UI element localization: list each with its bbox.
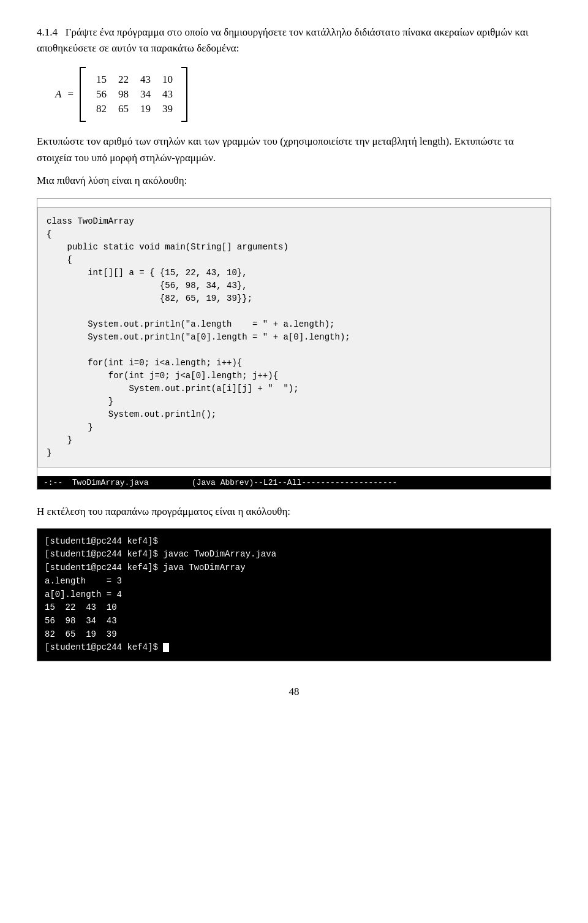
cell-0-2: 43 bbox=[134, 74, 156, 86]
section-number: 4.1.4 bbox=[37, 26, 58, 38]
cell-2-1: 65 bbox=[111, 103, 134, 115]
cell-0-0: 15 bbox=[89, 74, 111, 86]
matrix-row-3: 82 65 19 39 bbox=[89, 103, 178, 115]
terminal-block: [student1@pc244 kef4]$ [student1@pc244 k… bbox=[37, 528, 551, 661]
matrix-row-1: 15 22 43 10 bbox=[89, 74, 178, 86]
instructions-line1: Εκτυπώστε τον αριθμό των στηλών και των … bbox=[37, 133, 551, 166]
code-block: class TwoDimArray { public static void m… bbox=[37, 207, 551, 468]
cell-2-2: 19 bbox=[134, 103, 156, 115]
cell-1-2: 34 bbox=[134, 88, 156, 101]
matrix-bracket-container: 15 22 43 10 56 98 34 43 82 65 19 39 bbox=[80, 67, 187, 122]
cell-0-1: 22 bbox=[111, 74, 134, 86]
code-status-bar: -:-- TwoDimArray.java (Java Abbrev)--L21… bbox=[37, 476, 551, 489]
section-title: Γράψτε ένα πρόγραμμα στο οποίο να δημιου… bbox=[37, 26, 528, 54]
cell-2-0: 82 bbox=[89, 103, 111, 115]
cursor bbox=[163, 643, 169, 652]
solution-intro: Μια πιθανή λύση είναι η ακόλουθη: bbox=[37, 172, 551, 189]
matrix-equals: = bbox=[67, 88, 74, 101]
bracket-left bbox=[80, 67, 86, 122]
cell-1-3: 43 bbox=[156, 88, 178, 101]
matrix-rows: 15 22 43 10 56 98 34 43 82 65 19 39 bbox=[89, 74, 178, 115]
bracket-right bbox=[181, 67, 187, 122]
section-header: 4.1.4 Γράψτε ένα πρόγραμμα στο οποίο να … bbox=[37, 25, 551, 56]
matrix-block: A = 15 22 43 10 56 98 34 43 82 65 19 39 bbox=[55, 67, 551, 122]
code-outer-block: class TwoDimArray { public static void m… bbox=[37, 198, 551, 490]
cell-2-3: 39 bbox=[156, 103, 178, 115]
cell-0-3: 10 bbox=[156, 74, 178, 86]
matrix-row-2: 56 98 34 43 bbox=[89, 88, 178, 101]
execution-intro: Η εκτέλεση του παραπάνω προγράμματος είν… bbox=[37, 503, 551, 520]
terminal-text: [student1@pc244 kef4]$ [student1@pc244 k… bbox=[45, 536, 276, 653]
matrix-label: A bbox=[55, 88, 61, 101]
page-number: 48 bbox=[37, 686, 551, 698]
cell-1-0: 56 bbox=[89, 88, 111, 101]
cell-1-1: 98 bbox=[111, 88, 134, 101]
